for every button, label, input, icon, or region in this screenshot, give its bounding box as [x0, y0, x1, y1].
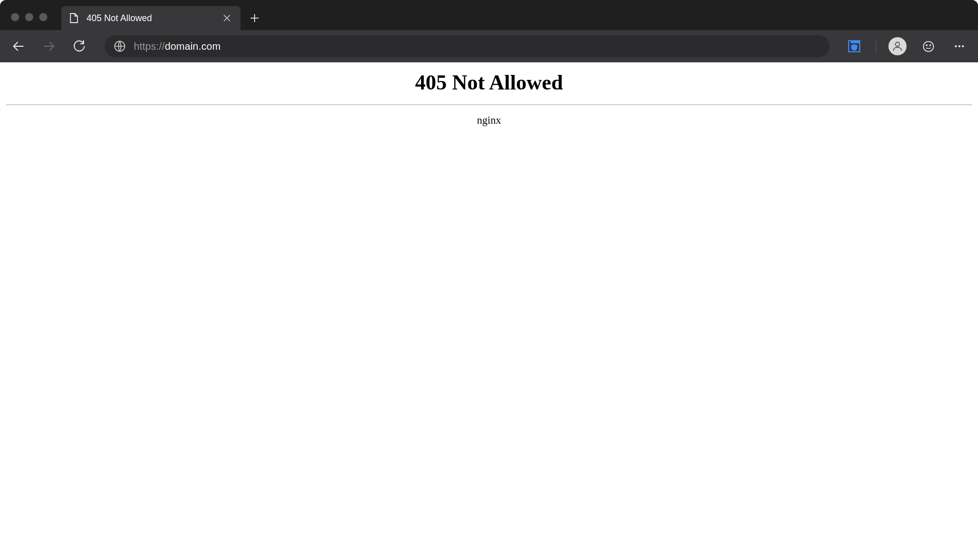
- window-minimize-button[interactable]: [25, 13, 33, 21]
- refresh-button[interactable]: [69, 37, 89, 56]
- profile-button[interactable]: [888, 37, 907, 55]
- url-host: domain.com: [165, 41, 221, 52]
- tab-title: 405 Not Allowed: [87, 13, 217, 24]
- window-close-button[interactable]: [11, 13, 19, 21]
- url-text: https://domain.com: [134, 41, 221, 52]
- page-content: 405 Not Allowed nginx: [0, 62, 978, 127]
- window-maximize-button[interactable]: [39, 13, 47, 21]
- tab-close-button[interactable]: [220, 12, 233, 25]
- url-protocol: https://: [134, 41, 165, 52]
- error-heading: 405 Not Allowed: [6, 70, 972, 95]
- toolbar: https://domain.com: [0, 30, 978, 62]
- content-divider: [6, 105, 972, 105]
- forward-button[interactable]: [39, 37, 58, 56]
- svg-point-15: [958, 45, 960, 47]
- browser-chrome: 405 Not Allowed: [0, 0, 978, 62]
- globe-icon: [114, 40, 126, 52]
- svg-point-16: [962, 45, 964, 47]
- svg-point-13: [930, 45, 931, 46]
- svg-point-12: [926, 45, 927, 46]
- svg-point-10: [895, 42, 900, 46]
- new-tab-button[interactable]: [243, 7, 266, 29]
- toolbar-right: [845, 37, 969, 56]
- window-controls: [7, 13, 51, 30]
- tab-strip: 405 Not Allowed: [0, 0, 978, 30]
- svg-rect-9: [851, 41, 860, 43]
- feedback-icon[interactable]: [919, 37, 938, 56]
- svg-point-11: [923, 41, 933, 51]
- address-bar[interactable]: https://domain.com: [105, 35, 830, 57]
- svg-point-14: [955, 45, 957, 47]
- more-menu-button[interactable]: [950, 37, 969, 56]
- active-tab[interactable]: 405 Not Allowed: [61, 6, 240, 30]
- toolbar-divider: [876, 40, 876, 53]
- tracking-prevention-icon[interactable]: [845, 37, 864, 56]
- back-button[interactable]: [9, 37, 28, 56]
- server-signature: nginx: [6, 114, 972, 127]
- page-icon: [68, 13, 79, 24]
